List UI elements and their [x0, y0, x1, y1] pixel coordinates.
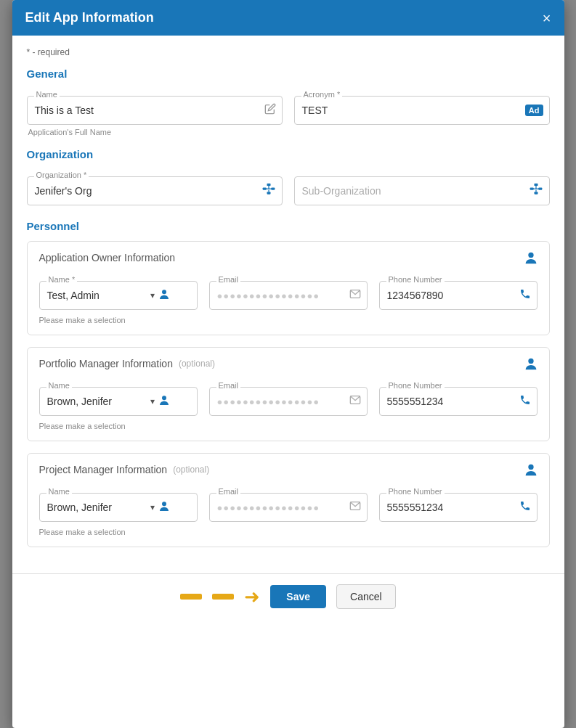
- app-owner-name-input[interactable]: Test, Admin ▾: [39, 281, 198, 310]
- project-manager-title: Project Manager Information (optional): [39, 464, 538, 475]
- name-field-group: Name This is a Test Application's Full N…: [27, 96, 283, 136]
- svg-rect-12: [534, 192, 538, 194]
- acronym-input[interactable]: TEST Ad: [294, 96, 550, 125]
- project-email-input[interactable]: ●●●●●●●●●●●●●●●●: [209, 493, 368, 522]
- project-phone-input[interactable]: 5555551234: [379, 493, 538, 522]
- acronym-label: Acronym *: [301, 90, 343, 99]
- svg-point-15: [162, 290, 166, 294]
- app-owner-name-label: Name *: [46, 275, 78, 284]
- project-person-icon: [523, 462, 539, 482]
- portfolio-email-input[interactable]: ●●●●●●●●●●●●●●●●: [209, 387, 368, 416]
- portfolio-name-input[interactable]: Brown, Jenifer ▾: [39, 387, 198, 416]
- app-owner-phone-input[interactable]: 1234567890: [379, 281, 538, 310]
- dropdown-arrow-icon: ▾: [150, 502, 155, 512]
- org-section-title: Organization: [27, 148, 550, 160]
- org-input[interactable]: Jenifer's Org: [27, 176, 283, 205]
- name-label: Name: [34, 90, 60, 99]
- cancel-button[interactable]: Cancel: [336, 584, 396, 609]
- org-field-group: Organization * Jenifer's Org: [27, 176, 283, 205]
- portfolio-phone-input[interactable]: 5555551234: [379, 387, 538, 416]
- app-owner-title: Application Owner Information: [39, 252, 538, 263]
- portfolio-email-label: Email: [216, 381, 241, 390]
- svg-point-21: [162, 502, 166, 506]
- app-owner-name-group: Name * Test, Admin ▾: [39, 281, 198, 310]
- app-owner-phone-label: Phone Number: [386, 275, 445, 284]
- edit-app-modal: Edit App Information × * - required Gene…: [12, 0, 564, 728]
- save-button[interactable]: Save: [270, 585, 326, 608]
- dash-icon-2: [212, 594, 234, 600]
- svg-point-14: [528, 253, 533, 258]
- email-icon: [349, 288, 361, 303]
- phone-icon: [519, 288, 531, 303]
- phone-icon: [519, 500, 531, 515]
- person-select-icon: [158, 288, 171, 303]
- project-manager-fields: Name Brown, Jenifer ▾ Email ●●●●●●●●●●: [39, 486, 538, 522]
- project-name-group: Name Brown, Jenifer ▾: [39, 493, 198, 522]
- dash-icon-1: [180, 594, 202, 600]
- portfolio-selection-hint: Please make a selection: [39, 422, 538, 430]
- portfolio-email-group: Email ●●●●●●●●●●●●●●●●: [209, 387, 368, 416]
- portfolio-name-group: Name Brown, Jenifer ▾: [39, 387, 198, 416]
- svg-rect-0: [267, 184, 270, 186]
- name-input[interactable]: This is a Test: [27, 96, 283, 125]
- dropdown-arrow-icon: ▾: [150, 396, 155, 406]
- portfolio-name-label: Name: [46, 381, 72, 390]
- sub-org-icon: [529, 182, 543, 200]
- close-button[interactable]: ×: [543, 11, 551, 25]
- modal-header: Edit App Information ×: [12, 0, 564, 36]
- dropdown-arrow-icon: ▾: [150, 290, 155, 300]
- app-owner-email-label: Email: [216, 275, 241, 284]
- project-email-group: Email ●●●●●●●●●●●●●●●●: [209, 493, 368, 522]
- edit-icon: [264, 103, 276, 118]
- portfolio-manager-card: Portfolio Manager Information (optional)…: [27, 347, 550, 441]
- app-owner-selection-hint: Please make a selection: [39, 316, 538, 324]
- app-owner-email-group: Email ●●●●●●●●●●●●●●●●: [209, 281, 368, 310]
- svg-point-20: [528, 465, 533, 470]
- sub-org-input[interactable]: Sub-Organization: [294, 176, 550, 205]
- email-icon: [349, 500, 361, 515]
- modal-body: * - required General Name This is a Test…: [12, 36, 564, 573]
- portfolio-person-icon: [523, 356, 539, 376]
- person-select-icon: [158, 394, 171, 409]
- modal-footer: ➜ Save Cancel: [12, 573, 564, 619]
- svg-point-18: [162, 396, 166, 400]
- project-phone-group: Phone Number 5555551234: [379, 493, 538, 522]
- app-owner-email-input[interactable]: ●●●●●●●●●●●●●●●●: [209, 281, 368, 310]
- org-label: Organization *: [34, 171, 89, 179]
- general-name-row: Name This is a Test Application's Full N…: [27, 89, 550, 136]
- project-phone-label: Phone Number: [386, 487, 445, 496]
- portfolio-phone-label: Phone Number: [386, 381, 445, 390]
- project-email-label: Email: [216, 487, 241, 496]
- acronym-badge: Ad: [525, 105, 543, 116]
- portfolio-manager-title: Portfolio Manager Information (optional): [39, 358, 538, 369]
- phone-icon: [519, 394, 531, 409]
- app-owner-person-icon: [523, 250, 539, 270]
- svg-point-17: [528, 359, 533, 364]
- project-selection-hint: Please make a selection: [39, 528, 538, 536]
- general-section-title: General: [27, 68, 550, 80]
- portfolio-phone-group: Phone Number 5555551234: [379, 387, 538, 416]
- portfolio-manager-fields: Name Brown, Jenifer ▾ Email ●●●●●●●●●●: [39, 380, 538, 416]
- svg-rect-5: [267, 192, 270, 194]
- project-name-input[interactable]: Brown, Jenifer ▾: [39, 493, 198, 522]
- org-row: Organization * Jenifer's Org Sub-Organiz…: [27, 169, 550, 205]
- modal-title: Edit App Information: [25, 10, 154, 25]
- project-name-label: Name: [46, 487, 72, 496]
- app-owner-card: Application Owner Information Name * Tes…: [27, 241, 550, 335]
- org-icon: [261, 182, 276, 200]
- email-icon: [349, 394, 361, 409]
- project-manager-card: Project Manager Information (optional) N…: [27, 453, 550, 547]
- arrow-icon: ➜: [244, 587, 260, 606]
- required-note: * - required: [27, 47, 550, 57]
- app-owner-phone-group: Phone Number 1234567890: [379, 281, 538, 310]
- person-select-icon: [158, 500, 171, 515]
- svg-rect-7: [534, 184, 538, 186]
- app-owner-fields: Name * Test, Admin ▾ Email ●●●●●●●●●●●: [39, 274, 538, 310]
- name-hint: Application's Full Name: [28, 128, 283, 136]
- personnel-section-title: Personnel: [27, 220, 550, 232]
- sub-org-field-group: Sub-Organization: [294, 176, 550, 205]
- acronym-field-group: Acronym * TEST Ad: [294, 96, 550, 136]
